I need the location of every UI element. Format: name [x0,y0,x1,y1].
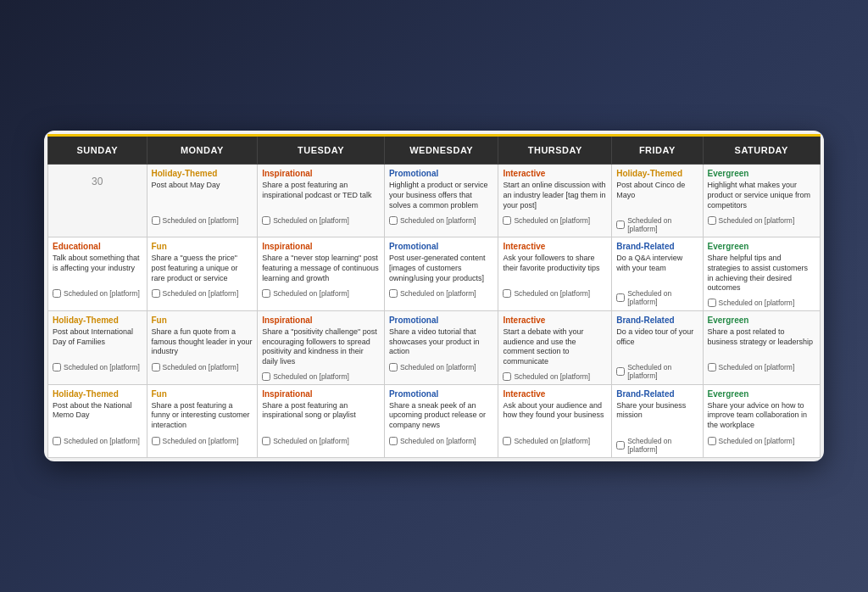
scheduled-label: Scheduled on [platform] [64,437,140,445]
schedule-checkbox[interactable] [389,216,398,225]
schedule-checkbox[interactable] [616,367,625,376]
cell-category: Educational [53,242,142,251]
cell-category: Brand-Related [616,316,698,325]
schedule-checkbox[interactable] [389,363,398,371]
cell-category: Evergreen [708,389,815,399]
header-wednesday: WEDNESDAY [384,136,498,165]
cell-footer: Scheduled on [platform] [503,372,607,381]
cell-category: Promotional [389,389,493,399]
scheduled-label: Scheduled on [platform] [64,363,140,371]
schedule-checkbox[interactable] [616,221,625,229]
cell-r2-c6: EvergreenShare a post related to busines… [703,311,820,385]
schedule-checkbox[interactable] [152,216,160,225]
schedule-checkbox[interactable] [152,363,160,371]
cell-r1-c0: EducationalTalk about something that is … [48,237,147,311]
scheduled-label: Scheduled on [platform] [400,289,476,298]
cell-footer: Scheduled on [platform] [503,216,607,225]
cell-footer: Scheduled on [platform] [262,216,380,225]
schedule-checkbox[interactable] [53,289,61,298]
schedule-checkbox[interactable] [503,289,511,298]
schedule-checkbox[interactable] [389,437,398,445]
schedule-checkbox[interactable] [503,437,511,445]
schedule-checkbox[interactable] [616,293,625,302]
cell-r1-c2: InspirationalShare a "never stop learnin… [258,237,385,311]
cell-footer: Scheduled on [platform] [262,289,380,298]
cell-category: Evergreen [708,169,815,178]
scheduled-label: Scheduled on [platform] [163,289,239,298]
cell-r3-c3: PromotionalShare a sneak peek of an upco… [384,384,498,457]
schedule-checkbox[interactable] [616,441,625,450]
scheduled-label: Scheduled on [platform] [400,363,476,371]
cell-r2-c4: InteractiveStart a debate with your audi… [498,311,612,385]
scheduled-label: Scheduled on [platform] [719,216,795,225]
schedule-checkbox[interactable] [708,437,716,445]
cell-footer: Scheduled on [platform] [616,289,698,306]
cell-footer: Scheduled on [platform] [152,289,253,298]
schedule-checkbox[interactable] [152,289,160,298]
schedule-checkbox[interactable] [503,372,511,381]
schedule-checkbox[interactable] [708,363,716,371]
schedule-checkbox[interactable] [708,299,716,307]
cell-content: Share a post featuring an inspirational … [262,401,380,432]
cell-r0-c2: InspirationalShare a post featuring an i… [258,165,385,237]
schedule-checkbox[interactable] [53,437,61,445]
header-monday: MONDAY [147,136,258,165]
cell-category: Fun [152,242,253,251]
cell-content: Share a fun quote from a famous thought … [152,327,253,358]
calendar-row-0: 30Holiday-ThemedPost about May DaySchedu… [48,165,821,237]
schedule-checkbox[interactable] [503,216,511,225]
cell-content: Post user-generated content [images of c… [389,254,493,284]
cell-footer: Scheduled on [platform] [262,372,380,381]
cell-content: Ask your followers to share their favori… [503,254,607,284]
scheduled-label: Scheduled on [platform] [514,372,590,381]
cell-content: Share a "guess the price" post featuring… [152,254,253,284]
cell-footer: Scheduled on [platform] [53,363,142,371]
cell-footer: Scheduled on [platform] [389,363,493,371]
cell-r1-c1: FunShare a "guess the price" post featur… [147,237,258,311]
cell-category: Holiday-Themed [53,316,142,325]
cell-content: Share a post related to business strateg… [708,327,815,358]
header-tuesday: TUESDAY [258,136,385,165]
schedule-checkbox[interactable] [708,216,716,225]
cell-content: Highlight what makes your product or ser… [708,181,815,211]
schedule-checkbox[interactable] [262,289,270,298]
scheduled-label: Scheduled on [platform] [719,437,795,445]
schedule-checkbox[interactable] [389,289,398,298]
cell-content: Share a video tutorial that showcases yo… [389,327,493,358]
cell-content: Share helpful tips and strategies to ass… [708,254,815,293]
cell-r0-c5: Holiday-ThemedPost about Cinco de MayoSc… [612,165,703,237]
scheduled-label: Scheduled on [platform] [273,289,349,298]
cell-r1-c3: PromotionalPost user-generated content [… [384,237,498,311]
cell-r2-c1: FunShare a fun quote from a famous thoug… [147,311,258,385]
cell-category: Holiday-Themed [152,169,253,178]
cell-content: Share a "positivity challenge" post enco… [262,327,380,367]
cell-content: Talk about something that is affecting y… [53,254,142,284]
cell-category: Holiday-Themed [616,169,698,178]
cell-r0-c4: InteractiveStart an online discussion wi… [498,165,612,237]
cell-content: Post about International Day of Families [53,327,142,358]
schedule-checkbox[interactable] [262,216,270,225]
cell-content: Post about May Day [152,181,253,211]
schedule-checkbox[interactable] [262,437,270,445]
cell-content: Do a Q&A interview with your team [616,254,698,284]
scheduled-label: Scheduled on [platform] [400,216,476,225]
cell-category: Interactive [503,169,607,178]
cell-footer: Scheduled on [platform] [152,363,253,371]
scheduled-label: Scheduled on [platform] [514,437,590,445]
cell-r3-c0: Holiday-ThemedPost about the National Me… [48,384,147,457]
cell-content: Share a post featuring an inspirational … [262,181,380,211]
cell-footer: Scheduled on [platform] [708,299,815,307]
cell-footer: Scheduled on [platform] [503,289,607,298]
schedule-checkbox[interactable] [53,363,61,371]
scheduled-label: Scheduled on [platform] [514,216,590,225]
cell-footer: Scheduled on [platform] [53,289,142,298]
scheduled-label: Scheduled on [platform] [273,372,349,381]
scheduled-label: Scheduled on [platform] [627,289,698,306]
schedule-checkbox[interactable] [262,372,270,381]
cell-r1-c4: InteractiveAsk your followers to share t… [498,237,612,311]
cell-footer: Scheduled on [platform] [503,437,607,445]
cell-r1-c5: Brand-RelatedDo a Q&A interview with you… [612,237,703,311]
schedule-checkbox[interactable] [152,437,160,445]
cell-content: Do a video tour of your office [616,327,698,358]
calendar-row-1: EducationalTalk about something that is … [48,237,821,311]
